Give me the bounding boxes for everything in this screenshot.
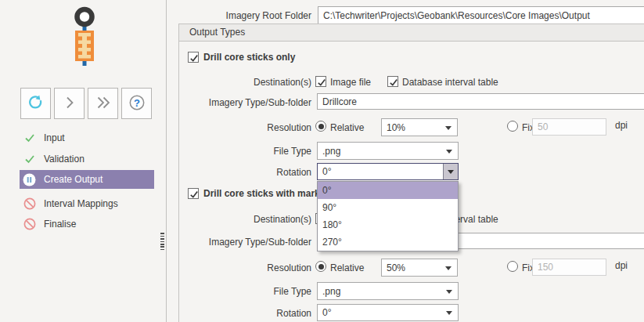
drill-core-sticks-only-checkbox[interactable] bbox=[188, 52, 199, 63]
database-interval-table-checkbox[interactable] bbox=[387, 76, 398, 87]
destinations-label-2: Destination(s) bbox=[178, 214, 311, 225]
resolution-label: Resolution bbox=[178, 122, 311, 133]
drill-core-sticks-only-label: Drill core sticks only bbox=[203, 52, 295, 63]
fixed-dpi-input[interactable]: 50 bbox=[532, 118, 606, 136]
dpi-label: dpi bbox=[615, 120, 628, 131]
help-icon: ? bbox=[128, 94, 146, 114]
refresh-icon bbox=[27, 94, 45, 114]
dpi-label-2: dpi bbox=[615, 260, 628, 271]
combo-arrow-button[interactable] bbox=[443, 164, 458, 179]
fixed-radio[interactable] bbox=[507, 121, 518, 132]
destinations-label: Destination(s) bbox=[178, 77, 311, 88]
rotation-dropdown-list: 0° 90° 180° 270° bbox=[317, 181, 459, 251]
step-label: Create Output bbox=[44, 174, 103, 185]
sidebar-step-create-output[interactable]: Create Output bbox=[20, 170, 154, 189]
run-next-button[interactable] bbox=[54, 88, 85, 119]
sidebar-step-interval-mappings[interactable]: Interval Mappings bbox=[20, 194, 154, 213]
step-label: Input bbox=[44, 132, 65, 143]
file-type-value: .png bbox=[322, 286, 340, 297]
rotation-select-open[interactable]: 0° bbox=[317, 163, 459, 180]
step-label: Finalise bbox=[44, 219, 76, 230]
rotation-label-2: Rotation bbox=[178, 308, 311, 319]
drill-core-sticks-with-marker-checkbox[interactable] bbox=[188, 188, 199, 199]
imagery-root-folder-label: Imagery Root Folder bbox=[178, 10, 311, 21]
chevron-right-icon bbox=[61, 94, 78, 114]
step-label: Interval Mappings bbox=[44, 198, 118, 209]
relative-resolution-value: 50% bbox=[387, 262, 405, 273]
file-type-value: .png bbox=[322, 146, 340, 157]
svg-text:?: ? bbox=[134, 96, 140, 108]
check-icon bbox=[23, 132, 36, 145]
imagery-type-label: Imagery Type/Sub-folder bbox=[178, 97, 311, 108]
drill-core-sticks-with-marker-label: Drill core sticks with marker bbox=[203, 188, 329, 199]
chevron-down-icon bbox=[446, 150, 452, 154]
chevron-down-icon bbox=[445, 126, 452, 130]
resolution-label-2: Resolution bbox=[178, 262, 311, 273]
imagery-root-folder-input[interactable]: C:\Techwriter\Projects\Geobank\Resources… bbox=[318, 6, 644, 24]
relative-radio-2[interactable] bbox=[315, 261, 326, 272]
rotation-option-90[interactable]: 90° bbox=[318, 199, 458, 216]
double-chevron-right-icon bbox=[95, 94, 112, 114]
rotation-label: Rotation bbox=[178, 167, 311, 178]
blocked-icon bbox=[23, 218, 36, 231]
pause-icon bbox=[23, 173, 36, 186]
checkmark-icon bbox=[315, 76, 328, 89]
relative-label-2: Relative bbox=[330, 262, 364, 273]
relative-resolution-select[interactable]: 10% bbox=[381, 118, 458, 136]
image-file-label: Image file bbox=[330, 77, 371, 88]
wizard-window: ? Input Validation bbox=[0, 0, 644, 322]
rotation-option-180[interactable]: 180° bbox=[318, 216, 458, 233]
file-type-label-2: File Type bbox=[178, 286, 311, 297]
relative-label: Relative bbox=[330, 122, 364, 133]
relative-resolution-select-2[interactable]: 50% bbox=[381, 259, 458, 277]
refresh-button[interactable] bbox=[20, 88, 51, 119]
help-button[interactable]: ? bbox=[121, 88, 152, 119]
imagery-type-label-2: Imagery Type/Sub-folder bbox=[178, 237, 311, 248]
step-label: Validation bbox=[44, 154, 85, 165]
run-all-button[interactable] bbox=[88, 88, 118, 119]
sidebar: ? Input Validation bbox=[0, 0, 167, 322]
check-icon bbox=[23, 153, 36, 166]
rotation-option-0[interactable]: 0° bbox=[318, 182, 458, 199]
output-types-header: Output Types bbox=[179, 24, 644, 42]
relative-radio[interactable] bbox=[315, 121, 326, 132]
fixed-dpi-input-2[interactable]: 150 bbox=[532, 259, 606, 276]
rotation-value: 0° bbox=[322, 166, 331, 177]
drill-core-stick-icon bbox=[69, 6, 100, 70]
file-type-label: File Type bbox=[178, 146, 311, 157]
chevron-down-icon bbox=[445, 266, 452, 270]
checkmark-icon bbox=[188, 52, 200, 64]
splitter-grip[interactable] bbox=[160, 233, 164, 250]
rotation-value: 0° bbox=[322, 307, 331, 318]
imagery-type-input[interactable]: Drillcore bbox=[317, 93, 644, 110]
sidebar-step-finalise[interactable]: Finalise bbox=[20, 215, 154, 233]
blocked-icon bbox=[23, 197, 36, 211]
file-type-select-2[interactable]: .png bbox=[317, 282, 459, 300]
file-type-select[interactable]: .png bbox=[317, 142, 459, 160]
relative-resolution-value: 10% bbox=[387, 122, 405, 133]
checkmark-icon bbox=[188, 188, 200, 201]
sidebar-step-input[interactable]: Input bbox=[20, 128, 154, 147]
rotation-select-2[interactable]: 0° bbox=[317, 304, 459, 321]
chevron-down-icon bbox=[446, 311, 452, 315]
fixed-radio-2[interactable] bbox=[507, 261, 518, 272]
image-file-checkbox[interactable] bbox=[315, 76, 326, 87]
database-interval-table-label: Database interval table bbox=[402, 77, 498, 88]
chevron-down-icon bbox=[448, 170, 454, 174]
sidebar-step-validation[interactable]: Validation bbox=[20, 150, 154, 168]
checkmark-icon bbox=[387, 76, 400, 89]
rotation-option-270[interactable]: 270° bbox=[318, 233, 458, 251]
chevron-down-icon bbox=[446, 290, 452, 294]
